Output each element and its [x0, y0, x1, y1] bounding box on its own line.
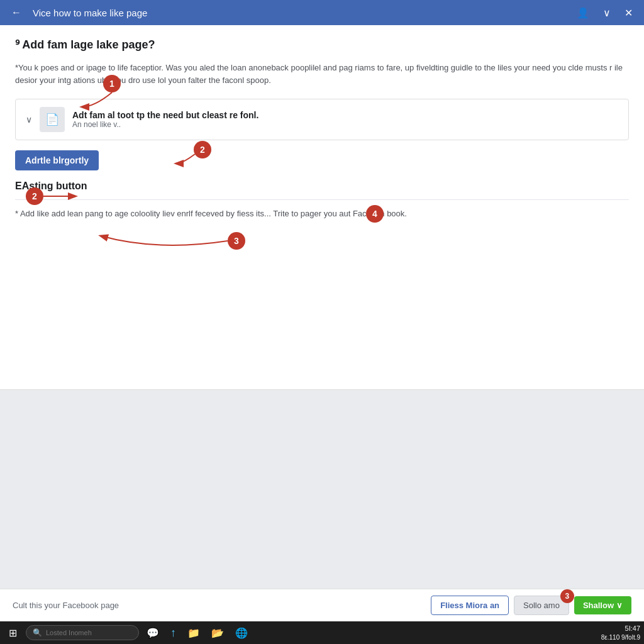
taskbar-chat-icon[interactable]: 💬 [143, 626, 163, 640]
footer-bar: Cult this your Facebook page Fliess Mior… [0, 589, 644, 621]
back-button[interactable]: ← [8, 6, 25, 19]
taskbar-clock: 5I:47 8ε.110 9/folt.9 [601, 624, 640, 641]
user-icon[interactable]: 👤 [573, 6, 593, 20]
chevron-icon[interactable]: ∨ [599, 6, 614, 20]
main-content: ⁹ Add fam lage lake page? *You k poes an… [0, 25, 644, 390]
title-bar: ← Vice how to make like page 👤 ∨ ✕ [0, 0, 644, 25]
window-title: Vice how to make like page [33, 8, 147, 18]
taskbar-right: 5I:47 8ε.110 9/folt.9 [601, 624, 640, 641]
section-label: EAsting button [15, 180, 629, 192]
taskbar-browser-icon[interactable]: 🌐 [231, 626, 252, 640]
footer-button-3-chevron: ∨ [616, 601, 623, 610]
start-button[interactable]: ⊞ [4, 625, 22, 641]
taskbar: ⊞ 🔍 💬 ↑ 📁 📂 🌐 5I:47 8ε.110 9/folt.9 [0, 621, 644, 644]
footer-buttons: Fliess Miora an Sollo amo 3 Shallow ∨ [431, 596, 631, 615]
card-subtitle: An noel like v.. [72, 120, 618, 129]
card-chevron[interactable]: ∨ [26, 114, 32, 125]
footer-button-1[interactable]: Fliess Miora an [431, 596, 509, 615]
page-heading: ⁹ Add fam lage lake page? [15, 38, 629, 52]
search-icon: 🔍 [33, 628, 42, 637]
footer-button-3[interactable]: Shallow ∨ [574, 596, 631, 614]
search-input[interactable] [46, 629, 128, 636]
footer-button-3-label: Shallow [583, 601, 614, 610]
footer-button-2-wrapper: Sollo amo 3 [514, 596, 569, 615]
footer-left-text: Cult this your Facebook page [13, 601, 119, 610]
description-text: *You k poes and or ipage to life facepti… [15, 62, 629, 86]
card-icon: 📄 [40, 107, 65, 132]
footer-badge: 3 [560, 589, 574, 603]
taskbar-files-icon[interactable]: 📂 [208, 626, 228, 640]
taskbar-folder-icon[interactable]: 📁 [184, 626, 204, 640]
card-title: Adt fam al toot tp the need but cleast r… [72, 110, 618, 120]
taskbar-nav-icon[interactable]: ↑ [167, 625, 180, 641]
section-description: * Add like add lean pang to age coloolit… [15, 208, 629, 220]
card-text: Adt fam al toot tp the need but cleast r… [72, 110, 618, 129]
taskbar-search-box[interactable]: 🔍 [26, 625, 139, 640]
action-button[interactable]: Adrtle blrgortly [15, 150, 99, 170]
divider [15, 199, 629, 200]
title-bar-right: 👤 ∨ ✕ [573, 6, 636, 20]
title-bar-left: ← Vice how to make like page [8, 6, 147, 19]
close-button[interactable]: ✕ [621, 6, 636, 20]
item-card[interactable]: ∨ 📄 Adt fam al toot tp the need but clea… [15, 99, 629, 140]
